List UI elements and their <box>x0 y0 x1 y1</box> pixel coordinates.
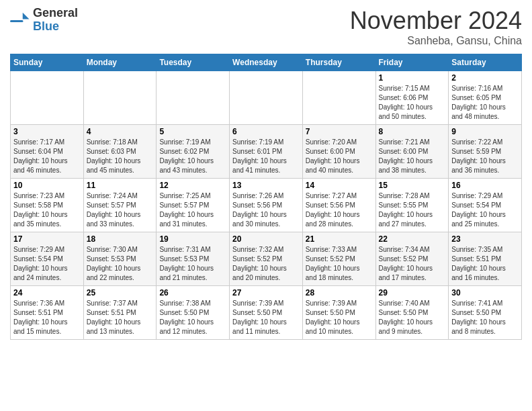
day-info: Sunrise: 7:30 AM Sunset: 5:53 PM Dayligh… <box>87 245 154 283</box>
day-info: Sunrise: 7:29 AM Sunset: 5:54 PM Dayligh… <box>13 245 81 283</box>
day-number: 1 <box>379 73 446 83</box>
logo-text: General Blue <box>33 7 78 34</box>
title-block: November 2024 Sanheba, Gansu, China <box>350 7 522 47</box>
day-number: 7 <box>306 127 373 136</box>
day-info: Sunrise: 7:31 AM Sunset: 5:53 PM Dayligh… <box>159 245 226 283</box>
calendar-cell: 23Sunrise: 7:35 AM Sunset: 5:51 PM Dayli… <box>449 232 522 286</box>
day-number: 26 <box>159 288 226 298</box>
calendar-cell: 19Sunrise: 7:31 AM Sunset: 5:53 PM Dayli… <box>157 232 230 286</box>
day-number: 23 <box>451 234 519 244</box>
calendar-cell: 6Sunrise: 7:19 AM Sunset: 6:01 PM Daylig… <box>230 125 303 179</box>
calendar-week-row: 17Sunrise: 7:29 AM Sunset: 5:54 PM Dayli… <box>11 232 522 286</box>
calendar-cell: 2Sunrise: 7:16 AM Sunset: 6:05 PM Daylig… <box>449 71 522 125</box>
day-number: 27 <box>232 288 300 298</box>
day-number: 10 <box>13 181 81 190</box>
calendar-cell <box>83 71 157 125</box>
day-info: Sunrise: 7:36 AM Sunset: 5:51 PM Dayligh… <box>13 299 81 336</box>
calendar-cell <box>302 71 375 125</box>
calendar-week-row: 10Sunrise: 7:23 AM Sunset: 5:58 PM Dayli… <box>11 179 522 232</box>
calendar-cell <box>157 71 230 125</box>
day-number: 2 <box>451 73 519 83</box>
day-info: Sunrise: 7:34 AM Sunset: 5:52 PM Dayligh… <box>379 245 446 283</box>
calendar-cell: 28Sunrise: 7:39 AM Sunset: 5:50 PM Dayli… <box>302 286 375 340</box>
day-number: 28 <box>306 288 373 298</box>
calendar-cell: 13Sunrise: 7:26 AM Sunset: 5:56 PM Dayli… <box>230 179 303 232</box>
day-info: Sunrise: 7:18 AM Sunset: 6:03 PM Dayligh… <box>87 138 154 175</box>
day-info: Sunrise: 7:28 AM Sunset: 5:55 PM Dayligh… <box>379 191 446 229</box>
day-number: 24 <box>13 288 81 298</box>
day-number: 25 <box>87 288 154 298</box>
day-info: Sunrise: 7:20 AM Sunset: 6:00 PM Dayligh… <box>306 138 373 175</box>
day-number: 20 <box>232 234 300 244</box>
day-info: Sunrise: 7:19 AM Sunset: 6:01 PM Dayligh… <box>232 138 300 175</box>
day-info: Sunrise: 7:16 AM Sunset: 6:05 PM Dayligh… <box>451 84 519 122</box>
calendar-cell <box>11 71 84 125</box>
calendar-cell <box>230 71 303 125</box>
day-info: Sunrise: 7:41 AM Sunset: 5:50 PM Dayligh… <box>451 299 519 336</box>
day-info: Sunrise: 7:38 AM Sunset: 5:50 PM Dayligh… <box>159 299 226 336</box>
calendar-week-row: 24Sunrise: 7:36 AM Sunset: 5:51 PM Dayli… <box>11 286 522 340</box>
day-info: Sunrise: 7:32 AM Sunset: 5:52 PM Dayligh… <box>232 245 300 283</box>
day-number: 22 <box>379 234 446 244</box>
day-number: 9 <box>451 127 519 136</box>
calendar-cell: 12Sunrise: 7:25 AM Sunset: 5:57 PM Dayli… <box>157 179 230 232</box>
day-number: 14 <box>306 181 373 190</box>
calendar-cell: 5Sunrise: 7:19 AM Sunset: 6:02 PM Daylig… <box>157 125 230 179</box>
day-number: 6 <box>232 127 300 136</box>
calendar-cell: 20Sunrise: 7:32 AM Sunset: 5:52 PM Dayli… <box>230 232 303 286</box>
day-info: Sunrise: 7:39 AM Sunset: 5:50 PM Dayligh… <box>306 299 373 336</box>
day-number: 3 <box>13 127 81 136</box>
logo-icon <box>10 10 30 30</box>
calendar-cell: 8Sunrise: 7:21 AM Sunset: 6:00 PM Daylig… <box>375 125 449 179</box>
day-info: Sunrise: 7:21 AM Sunset: 6:00 PM Dayligh… <box>379 138 446 175</box>
calendar-cell: 25Sunrise: 7:37 AM Sunset: 5:51 PM Dayli… <box>83 286 157 340</box>
day-info: Sunrise: 7:27 AM Sunset: 5:56 PM Dayligh… <box>306 191 373 229</box>
weekday-header: Wednesday <box>230 54 303 71</box>
day-info: Sunrise: 7:26 AM Sunset: 5:56 PM Dayligh… <box>232 191 300 229</box>
calendar-cell: 18Sunrise: 7:30 AM Sunset: 5:53 PM Dayli… <box>83 232 157 286</box>
page-container: General Blue November 2024 Sanheba, Gans… <box>0 0 532 347</box>
day-number: 5 <box>159 127 226 136</box>
logo-general: General <box>33 6 78 19</box>
calendar-cell: 7Sunrise: 7:20 AM Sunset: 6:00 PM Daylig… <box>302 125 375 179</box>
weekday-header: Thursday <box>302 54 375 71</box>
logo: General Blue <box>10 7 78 34</box>
day-number: 18 <box>87 234 154 244</box>
day-number: 29 <box>379 288 446 298</box>
svg-rect-2 <box>10 20 24 22</box>
day-number: 30 <box>451 288 519 298</box>
day-info: Sunrise: 7:23 AM Sunset: 5:58 PM Dayligh… <box>13 191 81 229</box>
calendar-cell: 26Sunrise: 7:38 AM Sunset: 5:50 PM Dayli… <box>157 286 230 340</box>
day-info: Sunrise: 7:24 AM Sunset: 5:57 PM Dayligh… <box>87 191 154 229</box>
day-number: 19 <box>159 234 226 244</box>
day-number: 11 <box>87 181 154 190</box>
day-number: 16 <box>451 181 519 190</box>
day-number: 15 <box>379 181 446 190</box>
day-info: Sunrise: 7:33 AM Sunset: 5:52 PM Dayligh… <box>306 245 373 283</box>
calendar-header-row: SundayMondayTuesdayWednesdayThursdayFrid… <box>11 54 522 71</box>
day-info: Sunrise: 7:29 AM Sunset: 5:54 PM Dayligh… <box>451 191 519 229</box>
calendar-cell: 11Sunrise: 7:24 AM Sunset: 5:57 PM Dayli… <box>83 179 157 232</box>
calendar-week-row: 3Sunrise: 7:17 AM Sunset: 6:04 PM Daylig… <box>11 125 522 179</box>
day-info: Sunrise: 7:40 AM Sunset: 5:50 PM Dayligh… <box>379 299 446 336</box>
logo-blue: Blue <box>33 19 59 33</box>
calendar-table: SundayMondayTuesdayWednesdayThursdayFrid… <box>10 54 522 340</box>
day-info: Sunrise: 7:35 AM Sunset: 5:51 PM Dayligh… <box>451 245 519 283</box>
location-subtitle: Sanheba, Gansu, China <box>350 35 522 47</box>
weekday-header: Monday <box>83 54 157 71</box>
day-info: Sunrise: 7:22 AM Sunset: 5:59 PM Dayligh… <box>451 138 519 175</box>
calendar-cell: 16Sunrise: 7:29 AM Sunset: 5:54 PM Dayli… <box>449 179 522 232</box>
day-number: 8 <box>379 127 446 136</box>
calendar-cell: 30Sunrise: 7:41 AM Sunset: 5:50 PM Dayli… <box>449 286 522 340</box>
calendar-cell: 4Sunrise: 7:18 AM Sunset: 6:03 PM Daylig… <box>83 125 157 179</box>
calendar-cell: 15Sunrise: 7:28 AM Sunset: 5:55 PM Dayli… <box>375 179 449 232</box>
weekday-header: Sunday <box>11 54 84 71</box>
weekday-header: Saturday <box>449 54 522 71</box>
calendar-cell: 3Sunrise: 7:17 AM Sunset: 6:04 PM Daylig… <box>11 125 84 179</box>
day-number: 12 <box>159 181 226 190</box>
day-number: 21 <box>306 234 373 244</box>
day-info: Sunrise: 7:19 AM Sunset: 6:02 PM Dayligh… <box>159 138 226 175</box>
calendar-cell: 22Sunrise: 7:34 AM Sunset: 5:52 PM Dayli… <box>375 232 449 286</box>
calendar-cell: 1Sunrise: 7:15 AM Sunset: 6:06 PM Daylig… <box>375 71 449 125</box>
day-info: Sunrise: 7:39 AM Sunset: 5:50 PM Dayligh… <box>232 299 300 336</box>
